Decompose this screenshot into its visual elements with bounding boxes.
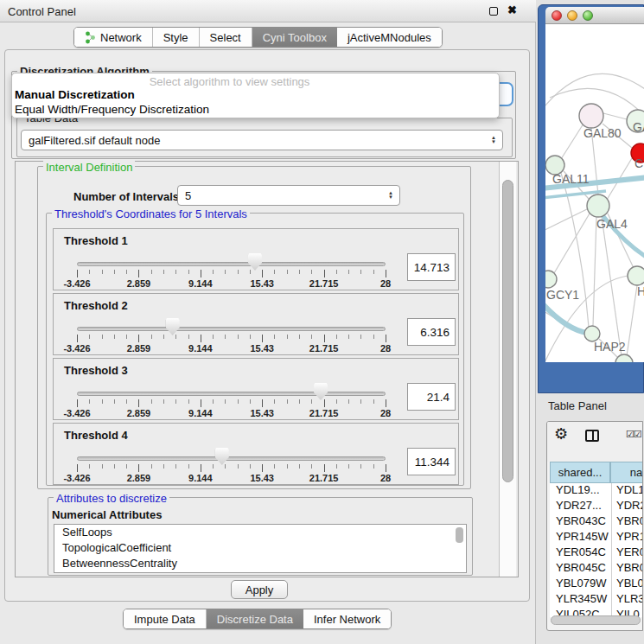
table-row[interactable]: YDL19...YDL1	[550, 483, 643, 499]
node-label: GAL11	[552, 172, 590, 186]
table-row[interactable]: YBL079WYBL0	[550, 577, 643, 592]
mac-minimize-icon[interactable]	[567, 10, 577, 21]
list-scrollbar[interactable]	[456, 527, 463, 543]
slider-thumb[interactable]	[166, 318, 180, 335]
slider-thumb[interactable]	[314, 383, 328, 400]
float-icon[interactable]	[489, 7, 498, 16]
table-header-row: shared... na	[550, 462, 643, 483]
threshold-2-value[interactable]: 6.316	[407, 318, 456, 346]
numerical-attributes-label: Numerical Attributes	[52, 508, 162, 521]
threshold-1-slider[interactable]: -3.4262.859 9.14415.43 21.71528	[77, 260, 386, 290]
node-label: GAL80	[583, 126, 622, 140]
list-item[interactable]: TopologicalCoefficient	[54, 540, 466, 556]
table-row[interactable]: YBR045CYBR0	[550, 561, 643, 577]
table-row[interactable]: YER054CYER0	[550, 545, 643, 561]
threshold-1-panel: Threshold 1 -3.4262.859 9.14415.43 21.71…	[53, 228, 459, 290]
columns-icon[interactable]	[585, 430, 599, 442]
number-of-intervals-label: Number of Intervals	[73, 190, 179, 203]
tab-jactivemnodules[interactable]: jActiveMNodules	[337, 28, 442, 47]
list-item[interactable]: SelfLoops	[54, 525, 466, 540]
scrollbar-thumb[interactable]	[502, 180, 513, 482]
node-label: GA	[633, 120, 644, 134]
table-toolbar: ⚙ ☑☑	[547, 422, 642, 462]
table-panel-box: ⚙ ☑☑ shared... na YDL19...YDL1 YDR27...Y…	[546, 421, 643, 631]
threshold-4-slider[interactable]: -3.4262.859 9.14415.43 21.71528	[77, 455, 386, 484]
threshold-3-slider[interactable]: -3.4262.859 9.14415.43 21.71528	[77, 390, 386, 419]
node-gal4[interactable]	[587, 194, 609, 217]
mac-close-icon[interactable]	[552, 10, 562, 21]
threshold-2-slider[interactable]: -3.4262.859 9.14415.43 21.71528	[77, 325, 386, 354]
slider-thumb[interactable]	[215, 448, 229, 465]
attributes-list[interactable]: SelfLoops TopologicalCoefficient Between…	[54, 524, 467, 573]
interval-definition-title: Interval Definition	[43, 161, 135, 174]
node-label: H	[637, 284, 644, 298]
popup-placeholder: Select algorithm to view settings	[12, 75, 447, 88]
panel-title: Control Panel	[8, 5, 76, 18]
table-panel-title: Table Panel	[548, 399, 607, 412]
top-tab-bar: Network Style Select Cyni Toolbox jActiv…	[73, 27, 443, 48]
spinner-stepper-icon: ▲▼	[388, 191, 393, 200]
table-row[interactable]: YPR145WYPR1	[550, 530, 643, 545]
close-icon[interactable]: ✖	[507, 3, 517, 16]
settings-scrollbar[interactable]	[499, 162, 516, 577]
network-canvas[interactable]: GAL80 GA C GAL11 GAL4 GCY1 H HAP2	[545, 24, 644, 362]
threshold-3-panel: Threshold 3 -3.4262.859 9.14415.43 21.71…	[53, 358, 459, 420]
threshold-4-value[interactable]: 11.344	[407, 448, 456, 475]
tab-cyni-toolbox[interactable]: Cyni Toolbox	[252, 28, 337, 47]
number-of-intervals-spinner[interactable]: 5 ▲▼	[177, 185, 400, 206]
slider-thumb[interactable]	[248, 253, 262, 271]
control-panel-window: Control Panel ✖ Network Style Select Cyn…	[0, 0, 536, 644]
list-item[interactable]: BetweennessCentrality	[54, 556, 466, 571]
tab-infer-network[interactable]: Infer Network	[303, 609, 391, 628]
tab-discretize-data[interactable]: Discretize Data	[207, 609, 303, 628]
node-gcy1[interactable]	[545, 271, 557, 288]
node-label: HAP2	[594, 340, 626, 354]
table-body: YDL19...YDL1 YDR27...YDR2 YBR043CYBR0 YP…	[550, 483, 643, 617]
threshold-1-value[interactable]: 14.713	[407, 253, 456, 281]
node-label: GAL4	[596, 217, 628, 231]
thresholds-group-title: Threshold's Coordinates for 5 Intervals	[52, 207, 250, 220]
table-row[interactable]: YLR345WYLR3	[550, 592, 643, 608]
column-header-name[interactable]: na	[610, 462, 643, 483]
combo-stepper-icon: ▲▼	[491, 136, 496, 144]
select-checkboxes-icon[interactable]: ☑☑	[626, 429, 641, 440]
app-root: Control Panel ✖ Network Style Select Cyn…	[0, 0, 644, 644]
apply-button[interactable]: Apply	[231, 580, 288, 599]
node-bottom[interactable]	[615, 354, 633, 362]
node-label: C	[634, 156, 643, 170]
bottom-tab-bar: Impute Data Discretize Data Infer Networ…	[123, 609, 392, 629]
tab-impute-data[interactable]: Impute Data	[124, 609, 207, 628]
control-panel-titlebar: Control Panel ✖	[0, 0, 536, 22]
popup-item-manual[interactable]: Manual Discretization	[15, 88, 135, 101]
attributes-group-title: Attributes to discretize	[54, 492, 169, 505]
network-window-titlebar	[545, 7, 644, 24]
node-gal80[interactable]	[579, 104, 603, 128]
threshold-4-panel: Threshold 4 -3.4262.859 9.14415.43 21.71…	[53, 423, 459, 485]
table-row[interactable]: YDR27...YDR2	[550, 499, 643, 514]
table-data-combo[interactable]: galFiltered.sif default node ▲▼	[21, 130, 503, 150]
tab-style[interactable]: Style	[153, 28, 200, 47]
popup-item-equal-width[interactable]: Equal Width/Frequency Discretization	[15, 103, 209, 116]
table-panel: Table Panel ⚙ ☑☑ shared... na YDL19...YD…	[536, 393, 644, 644]
tab-network[interactable]: Network	[74, 28, 153, 47]
threshold-3-value[interactable]: 21.4	[407, 383, 456, 411]
tab-select[interactable]: Select	[200, 28, 252, 47]
mac-zoom-icon[interactable]	[583, 10, 593, 21]
node-partial-right[interactable]	[628, 266, 644, 285]
algorithm-popup: Select algorithm to view settings Manual…	[11, 73, 500, 118]
gear-icon[interactable]: ⚙	[554, 424, 568, 443]
network-icon	[85, 31, 96, 44]
node-label: GCY1	[546, 288, 579, 302]
table-row[interactable]: YBR043CYBR0	[550, 514, 643, 530]
threshold-2-panel: Threshold 2 -3.4262.859 9.14415.43 21.71…	[53, 293, 459, 355]
column-header-shared[interactable]: shared...	[550, 462, 610, 483]
network-view-window: GAL80 GA C GAL11 GAL4 GCY1 H HAP2	[538, 4, 644, 393]
horizontal-scrollbar[interactable]	[551, 615, 641, 625]
